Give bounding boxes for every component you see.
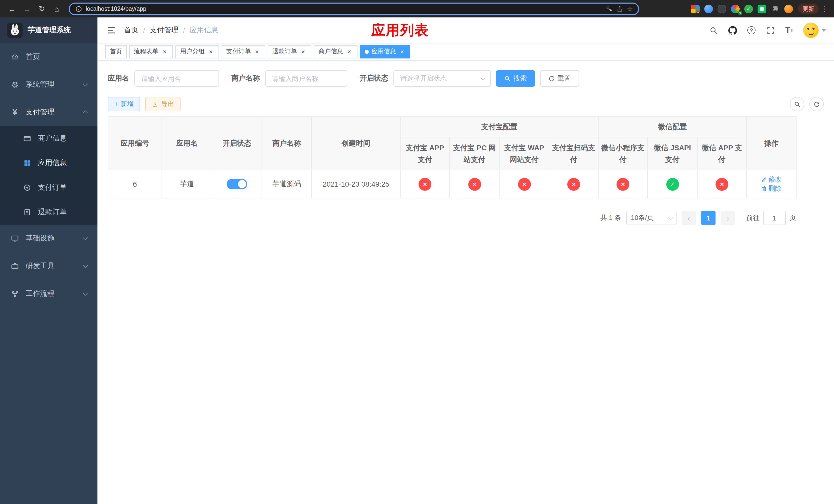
total-count: 共 1 条 (600, 213, 621, 223)
extension-check-icon[interactable]: ✓ (744, 4, 753, 13)
breadcrumb-separator: / (143, 26, 145, 35)
extension-wechat-icon[interactable] (758, 4, 766, 13)
tab-app-info[interactable]: 应用信息 × (360, 45, 410, 58)
col-alipay-pc: 支付宝 PC 网站支付 (449, 137, 499, 170)
workflow-icon (10, 289, 20, 298)
next-page-button[interactable]: › (721, 211, 735, 225)
fullscreen-icon[interactable] (765, 25, 775, 36)
extension-dark-icon[interactable] (718, 4, 726, 13)
app-name-input[interactable] (134, 70, 219, 87)
monitor-icon (10, 234, 20, 243)
browser-home-icon[interactable]: ⌂ (50, 2, 64, 16)
github-icon[interactable] (727, 25, 738, 36)
avatar[interactable] (803, 23, 819, 38)
bookmark-star-icon[interactable]: ☆ (627, 5, 633, 13)
export-button[interactable]: 导出 (146, 97, 181, 111)
help-icon[interactable]: ? (746, 25, 756, 36)
refresh-table-button[interactable] (809, 97, 824, 111)
share-icon[interactable] (616, 5, 623, 12)
password-key-icon[interactable] (606, 5, 613, 12)
goto-page-input[interactable] (763, 211, 786, 225)
merchant-name-input[interactable] (265, 70, 347, 87)
col-app-name: 应用名 (162, 117, 212, 170)
sidebar-item-refund-order[interactable]: 退款订单 (0, 200, 97, 225)
tab-process-form[interactable]: 流程表单 × (129, 45, 173, 58)
page-size-select[interactable]: 10条/页 (626, 211, 677, 225)
close-icon[interactable]: × (254, 48, 261, 55)
cell-wechat-app: × (697, 170, 747, 198)
site-info-icon[interactable] (75, 5, 82, 12)
sidebar-logo[interactable]: 芋道管理系统 (0, 18, 97, 43)
browser-reload-icon[interactable]: ↻ (35, 2, 49, 16)
sidebar-item-workflow[interactable]: 工作流程 (0, 280, 97, 307)
grid-icon (23, 158, 32, 168)
close-icon[interactable]: × (398, 48, 406, 55)
extension-profile-icon[interactable]: 1 (731, 4, 740, 13)
url-text[interactable]: localhost:1024/pay/app (86, 6, 602, 12)
page-number-1[interactable]: 1 (701, 211, 716, 225)
add-button[interactable]: + 新增 (108, 97, 140, 111)
download-icon (152, 101, 159, 108)
close-icon[interactable]: × (161, 48, 168, 55)
breadcrumb-payment[interactable]: 支付管理 (150, 26, 178, 35)
sidebar-item-devtools[interactable]: 研发工具 (0, 252, 97, 280)
breadcrumb-current: 应用信息 (190, 26, 219, 35)
sidebar-item-label: 支付管理 (26, 108, 54, 117)
page-size-value: 10条/页 (631, 213, 654, 223)
col-wechat-jsapi: 微信 JSAPI 支付 (648, 137, 697, 170)
tab-label: 支付订单 (226, 47, 251, 56)
tab-user-group[interactable]: 用户分组 × (175, 45, 219, 58)
search-button[interactable]: 搜索 (496, 70, 535, 87)
edit-link[interactable]: 修改 (761, 175, 782, 184)
prev-page-button[interactable]: ‹ (682, 211, 696, 225)
cell-alipay-wap: × (499, 170, 549, 198)
sidebar-item-infra[interactable]: 基础设施 (0, 225, 97, 252)
document-icon (23, 208, 32, 217)
close-icon[interactable]: × (207, 48, 214, 55)
sidebar-item-label: 支付订单 (38, 183, 67, 192)
tab-home[interactable]: 首页 (105, 45, 127, 58)
gear-icon: ⚙ (10, 80, 20, 89)
status-icon: × (567, 178, 580, 190)
group-wechat: 微信配置 (598, 117, 747, 137)
sidebar-item-pay-order[interactable]: 支付订单 (0, 175, 97, 200)
sidebar-item-merchant-info[interactable]: 商户信息 (0, 126, 97, 151)
status-select-placeholder: 请选择开启状态 (400, 74, 447, 83)
sidebar-item-payment[interactable]: ¥ 支付管理 (0, 98, 97, 126)
status-toggle[interactable] (227, 179, 247, 189)
delete-link[interactable]: 删除 (761, 184, 782, 193)
tab-pay-order[interactable]: 支付订单 × (222, 45, 265, 58)
browser-forward-icon[interactable]: → (20, 2, 34, 16)
extension-drop-icon[interactable] (704, 4, 713, 13)
show-search-button[interactable] (790, 97, 804, 111)
refresh-icon (548, 75, 555, 82)
browser-menu-icon[interactable]: ⋮ (820, 5, 829, 13)
status-select[interactable]: 请选择开启状态 (393, 70, 491, 87)
search-icon (504, 75, 511, 82)
status-icon: ✓ (666, 178, 679, 190)
hamburger-icon[interactable] (106, 25, 117, 36)
browser-update-button[interactable]: 更新 (798, 4, 819, 14)
close-icon[interactable]: × (300, 48, 307, 55)
header-search-icon[interactable] (708, 25, 719, 36)
sidebar-item-home[interactable]: 首页 (0, 43, 97, 71)
user-menu[interactable] (803, 23, 826, 38)
app-title: 芋道管理系统 (28, 26, 71, 35)
address-bar[interactable]: localhost:1024/pay/app ☆ (69, 2, 639, 15)
col-alipay-wap: 支付宝 WAP 网站支付 (499, 137, 549, 170)
tab-merchant-info[interactable]: 商户信息 × (314, 45, 357, 58)
sidebar: 芋道管理系统 首页 ⚙ 系统管理 ¥ 支付管理 (0, 18, 97, 504)
extension-grid-icon[interactable]: 10 (691, 4, 700, 13)
tab-refund-order[interactable]: 退款订单 × (268, 45, 311, 58)
sidebar-item-system[interactable]: ⚙ 系统管理 (0, 71, 97, 98)
browser-back-icon[interactable]: ← (5, 2, 19, 16)
close-icon[interactable]: × (346, 48, 353, 55)
reset-button[interactable]: 重置 (540, 70, 579, 87)
extensions-puzzle-icon[interactable] (771, 4, 780, 13)
font-size-icon[interactable]: TT (784, 25, 794, 36)
caret-down-icon (822, 29, 826, 31)
cell-status (212, 170, 262, 198)
breadcrumb-home[interactable]: 首页 (124, 26, 138, 35)
browser-avatar-icon[interactable] (784, 4, 793, 13)
sidebar-item-app-info[interactable]: 应用信息 (0, 151, 97, 175)
